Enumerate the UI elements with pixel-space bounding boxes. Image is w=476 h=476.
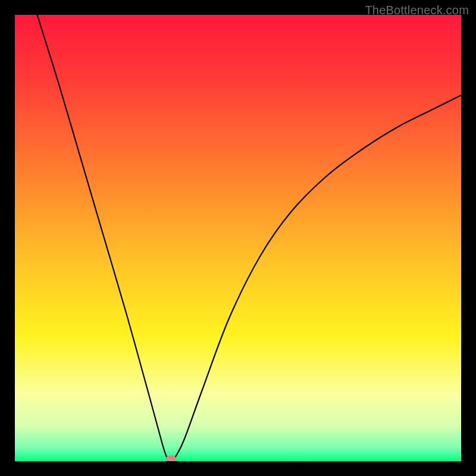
bottleneck-chart	[15, 15, 461, 461]
chart-frame	[15, 15, 461, 461]
watermark-text: TheBottleneck.com	[365, 4, 469, 17]
gradient-background	[15, 15, 461, 461]
